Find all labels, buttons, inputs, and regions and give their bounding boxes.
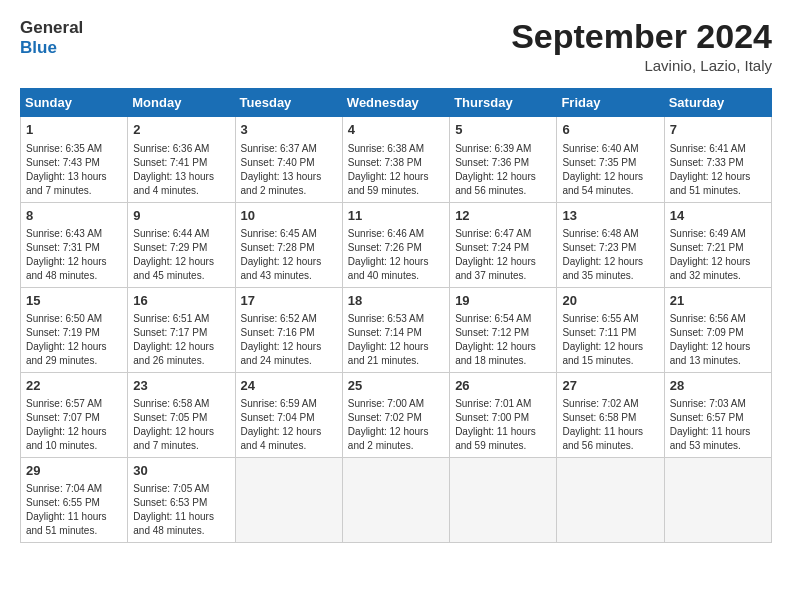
day-info: Sunrise: 6:55 AM Sunset: 7:11 PM Dayligh… (562, 312, 658, 368)
day-info: Sunrise: 6:40 AM Sunset: 7:35 PM Dayligh… (562, 142, 658, 198)
day-number: 17 (241, 292, 337, 310)
calendar-day-cell: 6Sunrise: 6:40 AM Sunset: 7:35 PM Daylig… (557, 117, 664, 202)
logo-blue: Blue (20, 38, 83, 58)
calendar-day-cell: 19Sunrise: 6:54 AM Sunset: 7:12 PM Dayli… (450, 287, 557, 372)
day-info: Sunrise: 6:45 AM Sunset: 7:28 PM Dayligh… (241, 227, 337, 283)
calendar-week-row: 1Sunrise: 6:35 AM Sunset: 7:43 PM Daylig… (21, 117, 772, 202)
day-info: Sunrise: 6:46 AM Sunset: 7:26 PM Dayligh… (348, 227, 444, 283)
day-info: Sunrise: 6:50 AM Sunset: 7:19 PM Dayligh… (26, 312, 122, 368)
calendar-day-cell: 30Sunrise: 7:05 AM Sunset: 6:53 PM Dayli… (128, 458, 235, 543)
calendar-day-cell: 8Sunrise: 6:43 AM Sunset: 7:31 PM Daylig… (21, 202, 128, 287)
weekday-header: Wednesday (342, 89, 449, 117)
calendar-day-cell: 7Sunrise: 6:41 AM Sunset: 7:33 PM Daylig… (664, 117, 771, 202)
day-number: 26 (455, 377, 551, 395)
weekday-header: Friday (557, 89, 664, 117)
weekday-header: Sunday (21, 89, 128, 117)
month-title: September 2024 (511, 18, 772, 55)
day-number: 16 (133, 292, 229, 310)
calendar-day-cell: 22Sunrise: 6:57 AM Sunset: 7:07 PM Dayli… (21, 372, 128, 457)
day-number: 25 (348, 377, 444, 395)
header: General Blue September 2024 Lavinio, Laz… (20, 18, 772, 74)
day-info: Sunrise: 6:59 AM Sunset: 7:04 PM Dayligh… (241, 397, 337, 453)
day-info: Sunrise: 6:58 AM Sunset: 7:05 PM Dayligh… (133, 397, 229, 453)
day-info: Sunrise: 6:51 AM Sunset: 7:17 PM Dayligh… (133, 312, 229, 368)
calendar-day-cell: 28Sunrise: 7:03 AM Sunset: 6:57 PM Dayli… (664, 372, 771, 457)
day-info: Sunrise: 7:03 AM Sunset: 6:57 PM Dayligh… (670, 397, 766, 453)
day-number: 5 (455, 121, 551, 139)
day-info: Sunrise: 6:43 AM Sunset: 7:31 PM Dayligh… (26, 227, 122, 283)
day-info: Sunrise: 6:49 AM Sunset: 7:21 PM Dayligh… (670, 227, 766, 283)
weekday-header: Tuesday (235, 89, 342, 117)
day-number: 20 (562, 292, 658, 310)
day-info: Sunrise: 6:44 AM Sunset: 7:29 PM Dayligh… (133, 227, 229, 283)
day-number: 2 (133, 121, 229, 139)
calendar-day-cell: 18Sunrise: 6:53 AM Sunset: 7:14 PM Dayli… (342, 287, 449, 372)
calendar-day-cell (557, 458, 664, 543)
calendar-day-cell: 14Sunrise: 6:49 AM Sunset: 7:21 PM Dayli… (664, 202, 771, 287)
calendar-day-cell: 21Sunrise: 6:56 AM Sunset: 7:09 PM Dayli… (664, 287, 771, 372)
calendar-day-cell (235, 458, 342, 543)
calendar-day-cell: 27Sunrise: 7:02 AM Sunset: 6:58 PM Dayli… (557, 372, 664, 457)
calendar-week-row: 22Sunrise: 6:57 AM Sunset: 7:07 PM Dayli… (21, 372, 772, 457)
day-number: 18 (348, 292, 444, 310)
day-number: 24 (241, 377, 337, 395)
day-info: Sunrise: 6:54 AM Sunset: 7:12 PM Dayligh… (455, 312, 551, 368)
day-info: Sunrise: 6:57 AM Sunset: 7:07 PM Dayligh… (26, 397, 122, 453)
day-number: 6 (562, 121, 658, 139)
location-title: Lavinio, Lazio, Italy (511, 57, 772, 74)
weekday-header: Monday (128, 89, 235, 117)
day-info: Sunrise: 6:52 AM Sunset: 7:16 PM Dayligh… (241, 312, 337, 368)
logo-general: General (20, 18, 83, 38)
day-info: Sunrise: 7:05 AM Sunset: 6:53 PM Dayligh… (133, 482, 229, 538)
calendar-day-cell: 16Sunrise: 6:51 AM Sunset: 7:17 PM Dayli… (128, 287, 235, 372)
day-number: 9 (133, 207, 229, 225)
day-number: 8 (26, 207, 122, 225)
calendar-header-row: SundayMondayTuesdayWednesdayThursdayFrid… (21, 89, 772, 117)
day-number: 4 (348, 121, 444, 139)
day-number: 14 (670, 207, 766, 225)
weekday-header: Thursday (450, 89, 557, 117)
day-info: Sunrise: 6:35 AM Sunset: 7:43 PM Dayligh… (26, 142, 122, 198)
calendar-day-cell: 25Sunrise: 7:00 AM Sunset: 7:02 PM Dayli… (342, 372, 449, 457)
day-info: Sunrise: 6:36 AM Sunset: 7:41 PM Dayligh… (133, 142, 229, 198)
day-number: 22 (26, 377, 122, 395)
day-info: Sunrise: 6:56 AM Sunset: 7:09 PM Dayligh… (670, 312, 766, 368)
day-number: 3 (241, 121, 337, 139)
day-number: 13 (562, 207, 658, 225)
logo: General Blue (20, 18, 83, 57)
calendar-day-cell: 11Sunrise: 6:46 AM Sunset: 7:26 PM Dayli… (342, 202, 449, 287)
calendar-day-cell (450, 458, 557, 543)
calendar-week-row: 29Sunrise: 7:04 AM Sunset: 6:55 PM Dayli… (21, 458, 772, 543)
day-info: Sunrise: 6:41 AM Sunset: 7:33 PM Dayligh… (670, 142, 766, 198)
day-number: 15 (26, 292, 122, 310)
calendar-week-row: 8Sunrise: 6:43 AM Sunset: 7:31 PM Daylig… (21, 202, 772, 287)
day-number: 11 (348, 207, 444, 225)
calendar-day-cell: 4Sunrise: 6:38 AM Sunset: 7:38 PM Daylig… (342, 117, 449, 202)
day-number: 10 (241, 207, 337, 225)
calendar-day-cell: 15Sunrise: 6:50 AM Sunset: 7:19 PM Dayli… (21, 287, 128, 372)
day-number: 30 (133, 462, 229, 480)
day-info: Sunrise: 7:02 AM Sunset: 6:58 PM Dayligh… (562, 397, 658, 453)
day-info: Sunrise: 7:01 AM Sunset: 7:00 PM Dayligh… (455, 397, 551, 453)
day-number: 12 (455, 207, 551, 225)
calendar-day-cell: 24Sunrise: 6:59 AM Sunset: 7:04 PM Dayli… (235, 372, 342, 457)
calendar-day-cell (342, 458, 449, 543)
title-block: September 2024 Lavinio, Lazio, Italy (511, 18, 772, 74)
day-info: Sunrise: 7:00 AM Sunset: 7:02 PM Dayligh… (348, 397, 444, 453)
calendar-day-cell: 3Sunrise: 6:37 AM Sunset: 7:40 PM Daylig… (235, 117, 342, 202)
day-info: Sunrise: 6:39 AM Sunset: 7:36 PM Dayligh… (455, 142, 551, 198)
calendar-day-cell: 5Sunrise: 6:39 AM Sunset: 7:36 PM Daylig… (450, 117, 557, 202)
day-number: 7 (670, 121, 766, 139)
day-number: 27 (562, 377, 658, 395)
calendar-day-cell: 17Sunrise: 6:52 AM Sunset: 7:16 PM Dayli… (235, 287, 342, 372)
calendar-week-row: 15Sunrise: 6:50 AM Sunset: 7:19 PM Dayli… (21, 287, 772, 372)
calendar-day-cell: 1Sunrise: 6:35 AM Sunset: 7:43 PM Daylig… (21, 117, 128, 202)
day-info: Sunrise: 6:47 AM Sunset: 7:24 PM Dayligh… (455, 227, 551, 283)
day-number: 1 (26, 121, 122, 139)
calendar-day-cell: 26Sunrise: 7:01 AM Sunset: 7:00 PM Dayli… (450, 372, 557, 457)
calendar-day-cell: 23Sunrise: 6:58 AM Sunset: 7:05 PM Dayli… (128, 372, 235, 457)
calendar-day-cell: 10Sunrise: 6:45 AM Sunset: 7:28 PM Dayli… (235, 202, 342, 287)
calendar-day-cell: 12Sunrise: 6:47 AM Sunset: 7:24 PM Dayli… (450, 202, 557, 287)
day-number: 19 (455, 292, 551, 310)
main-container: General Blue September 2024 Lavinio, Laz… (0, 0, 792, 553)
